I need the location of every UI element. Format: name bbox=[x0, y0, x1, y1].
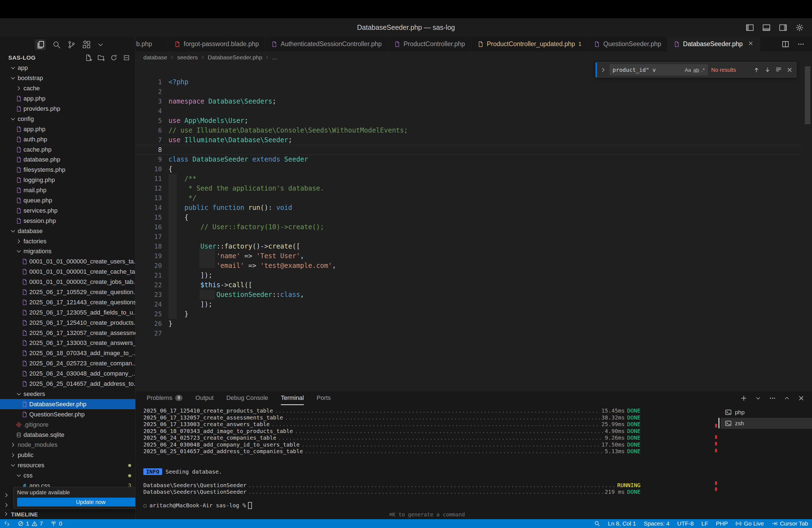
more-button[interactable] bbox=[769, 395, 776, 402]
layout-right-button[interactable] bbox=[779, 24, 787, 32]
tab-forgot-password-blade-php[interactable]: forgot-password.blade.php bbox=[168, 37, 265, 52]
sidebar-collapsed-section[interactable] bbox=[3, 500, 12, 510]
panel-tab-problems[interactable]: Problems8 bbox=[147, 391, 183, 405]
statusbar-eol[interactable]: LF bbox=[698, 519, 712, 528]
tree-file-filesystems-php[interactable]: filesystems.php bbox=[0, 165, 135, 175]
statusbar-encoding[interactable]: UTF-8 bbox=[673, 519, 698, 528]
tab-authenticatedsessioncontroller-php[interactable]: AuthenticatedSessionController.php bbox=[265, 37, 388, 52]
activity-extensions-button[interactable] bbox=[82, 41, 91, 49]
tree-file-questionseeder-php[interactable]: QuestionSeeder.php bbox=[0, 409, 135, 420]
tree-folder-resources[interactable]: resources bbox=[0, 460, 135, 471]
terminal-output[interactable]: 2025_06_17_125410_create_products_table.… bbox=[143, 407, 640, 509]
tree-file-services-php[interactable]: services.php bbox=[0, 205, 135, 216]
terminal-instance-php[interactable]: php bbox=[721, 407, 812, 418]
breadcrumb-item[interactable]: database bbox=[143, 54, 167, 61]
tree-file-2025-06-17-121443-create-questions-[interactable]: 2025_06_17_121443_create_questions... bbox=[0, 297, 135, 307]
arrow-up-button[interactable] bbox=[753, 67, 760, 73]
tree-file-2025-06-17-133003-create-answers-[interactable]: 2025_06_17_133003_create_answers_... bbox=[0, 338, 135, 348]
tree-file-2025-06-25-014657-add-address-to-[interactable]: 2025_06_25_014657_add_address_to... bbox=[0, 379, 135, 389]
close-icon[interactable] bbox=[748, 40, 754, 48]
new-folder-button[interactable] bbox=[98, 54, 105, 61]
whole-word-toggle[interactable]: ab bbox=[693, 67, 699, 73]
editor-scrollbar[interactable] bbox=[805, 66, 810, 124]
gear-button[interactable] bbox=[795, 24, 804, 32]
panel-tab-terminal[interactable]: Terminal bbox=[281, 391, 304, 405]
layout-bottom-button[interactable] bbox=[762, 24, 771, 32]
update-now-button[interactable]: Update now bbox=[17, 498, 135, 507]
panel-tab-output[interactable]: Output bbox=[195, 391, 214, 405]
statusbar-remote-indicator[interactable] bbox=[0, 519, 14, 528]
chevron-right-icon[interactable] bbox=[600, 67, 606, 73]
plus-button[interactable] bbox=[740, 395, 748, 402]
chevron-down-button[interactable] bbox=[755, 395, 761, 401]
tree-folder-bootstrap[interactable]: bootstrap bbox=[0, 73, 135, 84]
tree-file-2025-06-24-025723-create-compan-[interactable]: 2025_06_24_025723_create_compan... bbox=[0, 358, 135, 369]
tree-file-database-php[interactable]: database.php bbox=[0, 155, 135, 165]
tree-file-2025-06-18-070343-add-image-to-[interactable]: 2025_06_18_070343_add_image_to_... bbox=[0, 348, 135, 358]
statusbar-problems[interactable]: 17 bbox=[14, 519, 47, 528]
chevron-up-button[interactable] bbox=[784, 395, 790, 401]
close-button[interactable] bbox=[786, 67, 793, 73]
refresh-button[interactable] bbox=[110, 54, 117, 61]
panel-tab-ports[interactable]: Ports bbox=[317, 391, 331, 405]
tree-folder-node-modules[interactable]: node_modules bbox=[0, 440, 135, 450]
collapse-all-button[interactable] bbox=[123, 54, 130, 61]
tree-folder-seeders[interactable]: seeders bbox=[0, 389, 135, 399]
tree-file-auth-php[interactable]: auth.php bbox=[0, 134, 135, 144]
terminal-instance-zsh[interactable]: zsh bbox=[721, 418, 812, 429]
tab-questionseeder-php[interactable]: QuestionSeeder.php bbox=[588, 37, 668, 52]
breadcrumb-item[interactable]: seeders bbox=[177, 54, 198, 61]
tree-folder-config[interactable]: config bbox=[0, 114, 135, 124]
match-case-toggle[interactable]: Aa bbox=[685, 67, 691, 73]
statusbar-language-mode[interactable]: PHP bbox=[712, 519, 731, 528]
find-input[interactable]: product_id" v Aaab.* bbox=[610, 64, 708, 75]
panel-tab-debug-console[interactable]: Debug Console bbox=[226, 391, 268, 405]
statusbar-ports-forwarded[interactable]: 0 bbox=[47, 519, 66, 528]
regex-toggle[interactable]: .* bbox=[701, 67, 705, 73]
tree-file-app-php[interactable]: app.php bbox=[0, 93, 135, 104]
activity-files-button[interactable] bbox=[35, 39, 46, 50]
breadcrumb-item[interactable]: ... bbox=[272, 54, 277, 61]
statusbar-cursor-position[interactable]: Ln 8, Col 1 bbox=[604, 519, 640, 528]
tree-file-2025-06-24-030048-add-company-[interactable]: 2025_06_24_030048_add_company_... bbox=[0, 369, 135, 379]
tree-file-0001-01-01-000000-create-users-ta-[interactable]: 0001_01_01_000000_create_users_ta... bbox=[0, 256, 135, 267]
breadcrumb-item[interactable]: DatabaseSeeder.php bbox=[208, 54, 262, 61]
more-button[interactable] bbox=[797, 40, 805, 48]
statusbar-go-live[interactable]: Go Live bbox=[731, 519, 768, 528]
tree-file-queue-php[interactable]: queue.php bbox=[0, 195, 135, 206]
tree-folder-css[interactable]: css bbox=[0, 471, 135, 481]
tree-file-logging-php[interactable]: logging.php bbox=[0, 175, 135, 185]
tab-productcontroller-updated-php[interactable]: ProductController_updated.php1 bbox=[472, 37, 588, 52]
split-button[interactable] bbox=[782, 40, 789, 48]
find-in-selection-button[interactable] bbox=[775, 67, 782, 73]
sidebar-collapsed-section[interactable] bbox=[3, 490, 12, 500]
tab-databaseseeder-php[interactable]: DatabaseSeeder.php bbox=[668, 37, 760, 52]
layout-left-button[interactable] bbox=[746, 24, 754, 32]
statusbar-cursor-tab[interactable]: Cursor Tab bbox=[768, 519, 812, 528]
tree-folder-public[interactable]: public bbox=[0, 450, 135, 460]
code-editor[interactable]: 1234567891011121314151617181920212223242… bbox=[135, 77, 812, 390]
tree-file--gitignore[interactable]: .gitignore bbox=[0, 420, 135, 430]
tree-folder-migrations[interactable]: migrations bbox=[0, 246, 135, 256]
tree-file-2025-06-17-125410-create-products-[interactable]: 2025_06_17_125410_create_products... bbox=[0, 318, 135, 328]
tree-file-0001-01-01-000001-create-cache-ta-[interactable]: 0001_01_01_000001_create_cache_ta... bbox=[0, 267, 135, 277]
close-button[interactable] bbox=[798, 395, 805, 402]
statusbar-indentation[interactable]: Spaces: 4 bbox=[640, 519, 673, 528]
tree-file-providers-php[interactable]: providers.php bbox=[0, 104, 135, 114]
timeline-section-header[interactable]: TIMELINE bbox=[0, 510, 135, 519]
tab-productcontroller-php[interactable]: ProductController.php bbox=[388, 37, 471, 52]
statusbar-search[interactable] bbox=[590, 519, 604, 528]
tab-b-php[interactable]: b.php bbox=[135, 37, 168, 52]
tree-file-database-sqlite[interactable]: database.sqlite bbox=[0, 430, 135, 440]
tree-file-databaseseeder-php[interactable]: DatabaseSeeder.php bbox=[0, 399, 135, 409]
tree-file-cache-php[interactable]: cache.php bbox=[0, 144, 135, 155]
tree-file-session-php[interactable]: session.php bbox=[0, 216, 135, 226]
tree-folder-app[interactable]: app bbox=[0, 63, 135, 73]
tree-file-mail-php[interactable]: mail.php bbox=[0, 185, 135, 195]
new-file-button[interactable] bbox=[85, 54, 92, 61]
tree-file-app-php[interactable]: app.php bbox=[0, 124, 135, 134]
tree-file-2025-06-17-105529-create-question-[interactable]: 2025_06_17_105529_create_question... bbox=[0, 287, 135, 297]
activity-source-control-button[interactable] bbox=[68, 41, 76, 49]
tree-folder-factories[interactable]: factories bbox=[0, 236, 135, 246]
arrow-down-button[interactable] bbox=[764, 67, 771, 73]
